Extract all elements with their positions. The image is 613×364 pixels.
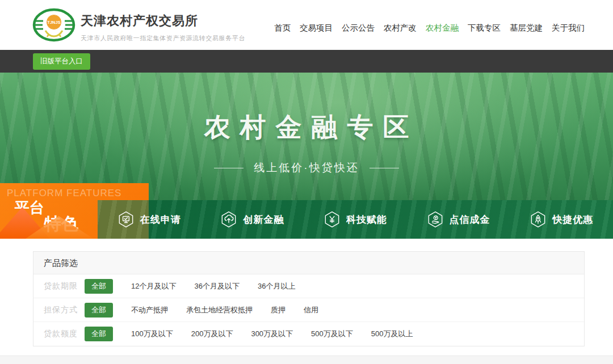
hero-banner: 农村金融专区 线上低价·快贷快还 PLATFORM FEATURES 平台 特色	[0, 73, 613, 239]
nav-item-projects[interactable]: 交易项目	[300, 23, 333, 33]
filter-option[interactable]: 500万及以上	[371, 329, 413, 339]
hero-title: 农村金融专区	[0, 110, 613, 145]
filter-all-badge[interactable]: 全部	[85, 279, 113, 294]
filter-label: 贷款期限	[44, 281, 80, 291]
filter-option[interactable]: 36个月及以下	[194, 281, 239, 291]
hero-subtitle-row: 线上低价·快贷快还	[0, 160, 613, 175]
cloud-upload-icon	[220, 211, 237, 228]
filter-option[interactable]: 300万及以下	[251, 329, 293, 339]
old-platform-entry-button[interactable]: 旧版平台入口	[33, 53, 90, 70]
feature-quick-discount[interactable]: 快捷优惠	[510, 200, 613, 239]
brand-block: 天津农村产权交易所 天津市人民政府唯一指定集体资产资源流转交易服务平台	[81, 12, 245, 43]
content-area: 产品筛选 贷款期限 全部 12个月及以下 36个月及以下 36个月以上 担保方式…	[0, 239, 613, 364]
filter-all-badge[interactable]: 全部	[85, 303, 113, 318]
site-title: 天津农村产权交易所	[81, 12, 245, 29]
filter-option[interactable]: 不动产抵押	[131, 305, 168, 315]
nav-item-announcements[interactable]: 公示公告	[342, 23, 375, 33]
rocket-icon	[530, 211, 547, 228]
footer-strip	[0, 355, 613, 364]
svg-text:TJNJS: TJNJS	[47, 20, 60, 25]
page: TJNJS 天津农村产权交易所 天津市人民政府唯一指定集体资产资源流转交易服务平…	[0, 0, 613, 364]
feature-label: 创新金融	[243, 213, 284, 226]
header: TJNJS 天津农村产权交易所 天津市人民政府唯一指定集体资产资源流转交易服务平…	[0, 0, 613, 50]
filter-option[interactable]: 100万及以下	[131, 329, 173, 339]
filter-row-guarantee-method: 担保方式 全部 不动产抵押 承包土地经营权抵押 质押 信用	[33, 298, 584, 322]
feature-online-application[interactable]: 在线申请	[98, 200, 201, 239]
right-divider-line	[370, 168, 399, 168]
nav-item-downloads[interactable]: 下载专区	[468, 23, 501, 33]
site-subtitle: 天津市人民政府唯一指定集体资产资源流转交易服务平台	[81, 34, 245, 43]
feature-label: 点信成金	[450, 213, 490, 226]
site-logo[interactable]: TJNJS	[32, 7, 76, 43]
yuan-icon	[324, 211, 341, 228]
main-nav: 首页 交易项目 公示公告 农村产改 农村金融 下载专区 基层党建 关于我们	[274, 23, 585, 33]
filter-option[interactable]: 12个月及以下	[131, 281, 176, 291]
hero-subtitle: 线上低价·快贷快还	[254, 160, 359, 175]
filter-option[interactable]: 500万及以下	[311, 329, 353, 339]
filter-all-badge[interactable]: 全部	[85, 327, 113, 341]
left-divider-line	[214, 168, 243, 168]
filter-option[interactable]: 质押	[271, 305, 285, 315]
filter-option[interactable]: 承包土地经营权抵押	[186, 305, 253, 315]
nav-item-rural-finance[interactable]: 农村金融	[426, 23, 459, 33]
nav-item-about[interactable]: 关于我们	[552, 23, 585, 33]
filter-label: 贷款额度	[44, 329, 80, 339]
nav-item-home[interactable]: 首页	[274, 23, 291, 33]
filter-row-loan-amount: 贷款额度 全部 100万及以下 200万及以下 300万及以下 500万及以下 …	[33, 322, 584, 346]
hand-coin-icon	[427, 211, 444, 228]
platform-features-en: PLATFORM FEATURES	[7, 188, 121, 199]
filter-row-loan-term: 贷款期限 全部 12个月及以下 36个月及以下 36个月以上	[33, 274, 584, 298]
product-filter-card: 产品筛选 贷款期限 全部 12个月及以下 36个月及以下 36个月以上 担保方式…	[33, 251, 585, 346]
filter-option[interactable]: 信用	[304, 305, 318, 315]
feature-innovative-finance[interactable]: 创新金融	[201, 200, 304, 239]
filter-card-title: 产品筛选	[33, 252, 584, 274]
feature-bar: 在线申请 创新金融	[98, 200, 613, 239]
filter-option[interactable]: 36个月以上	[258, 281, 295, 291]
feature-credit-to-gold[interactable]: 点信成金	[407, 200, 510, 239]
filter-label: 担保方式	[44, 305, 80, 315]
feature-tech-empowerment[interactable]: 科技赋能	[304, 200, 407, 239]
monitor-check-icon	[117, 211, 135, 228]
feature-label: 科技赋能	[346, 213, 387, 226]
nav-item-rural-reform[interactable]: 农村产改	[384, 23, 417, 33]
nav-item-party-building[interactable]: 基层党建	[510, 23, 543, 33]
filter-option[interactable]: 200万及以下	[191, 329, 233, 339]
secondary-topbar: 旧版平台入口	[0, 50, 613, 73]
hero-text-block: 农村金融专区 线上低价·快贷快还	[0, 110, 613, 175]
feature-label: 快捷优惠	[552, 213, 593, 226]
feature-label: 在线申请	[140, 213, 181, 226]
